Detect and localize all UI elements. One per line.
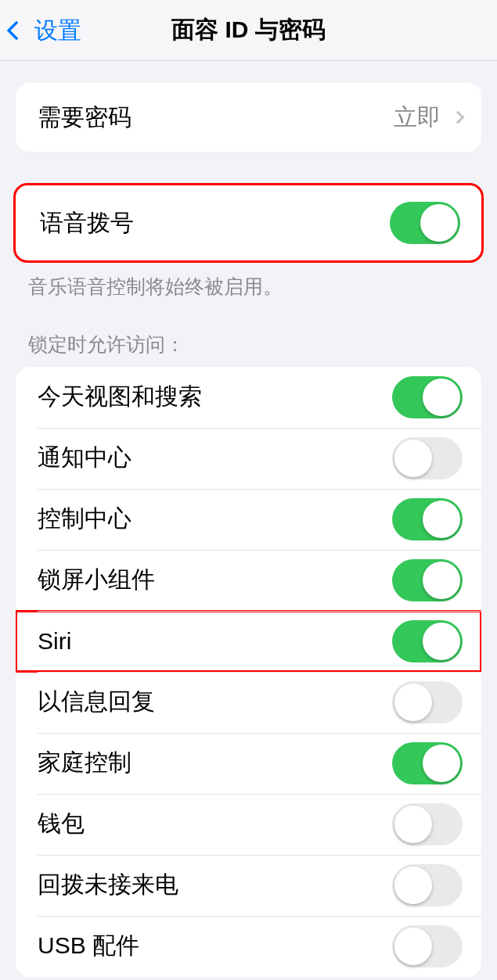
toggle-knob [420,204,458,242]
locked-item-row: 锁屏小组件 [16,550,481,611]
locked-item-label: 家庭控制 [38,747,131,779]
toggle-knob [394,806,432,843]
locked-access-header: 锁定时允许访问： [0,300,497,367]
require-passcode-group: 需要密码 立即 [16,83,481,152]
locked-item-row: 回拨未接来电 [16,855,481,916]
require-passcode-value: 立即 [394,102,463,134]
back-button[interactable]: 设置 [9,0,81,61]
voice-dial-toggle[interactable] [390,202,460,244]
locked-item-label: 回拨未接来电 [38,869,178,901]
toggle-knob [423,501,460,538]
toggle-knob [423,562,460,599]
locked-item-label: 钱包 [38,808,85,840]
usb-footer: iPhone 锁定超过一小时后，需先解锁 iPhone 才能允许USB 配件连接… [0,977,497,980]
locked-access-group: 今天视图和搜索通知中心控制中心锁屏小组件Siri以信息回复家庭控制钱包回拨未接来… [16,367,481,977]
locked-item-toggle[interactable] [392,925,463,967]
locked-item-label: USB 配件 [38,930,139,962]
voice-dial-row: 语音拨号 [18,187,479,259]
navbar: 设置 面容 ID 与密码 [0,0,497,61]
locked-item-label: Siri [38,628,71,655]
locked-item-toggle[interactable] [392,803,463,845]
locked-item-row: 今天视图和搜索 [16,367,481,428]
toggle-knob [423,379,460,416]
voice-dial-label: 语音拨号 [40,207,134,239]
locked-item-toggle[interactable] [392,559,463,601]
chevron-left-icon [6,20,26,40]
toggle-knob [423,745,460,782]
locked-item-row: 控制中心 [16,489,481,550]
locked-item-label: 今天视图和搜索 [38,381,202,413]
locked-item-label: 控制中心 [38,503,131,535]
locked-item-toggle[interactable] [392,681,463,723]
toggle-knob [394,440,432,477]
page-title: 面容 ID 与密码 [171,14,326,46]
locked-item-label: 通知中心 [38,442,131,474]
locked-item-toggle[interactable] [392,376,463,418]
toggle-knob [394,928,432,965]
locked-item-toggle[interactable] [392,864,463,906]
locked-item-row: 钱包 [16,794,481,855]
locked-item-toggle[interactable] [392,498,463,540]
voice-dial-footer: 音乐语音控制将始终被启用。 [0,263,497,300]
locked-item-row: 以信息回复 [16,672,481,733]
locked-item-row: 通知中心 [16,428,481,489]
locked-item-row: Siri [16,611,481,672]
toggle-knob [423,623,460,660]
toggle-knob [394,867,432,904]
voice-dial-group: 语音拨号 [13,183,484,263]
locked-item-row: 家庭控制 [16,733,481,794]
locked-item-label: 以信息回复 [38,686,155,718]
back-label: 设置 [34,15,81,47]
locked-item-toggle[interactable] [392,620,463,662]
locked-item-label: 锁屏小组件 [38,564,155,596]
locked-item-toggle[interactable] [392,742,463,784]
locked-item-toggle[interactable] [392,437,463,479]
chevron-right-icon [452,111,465,124]
locked-item-row: USB 配件 [16,916,481,977]
require-passcode-label: 需要密码 [38,102,131,134]
toggle-knob [394,684,432,721]
require-passcode-row[interactable]: 需要密码 立即 [16,83,481,152]
